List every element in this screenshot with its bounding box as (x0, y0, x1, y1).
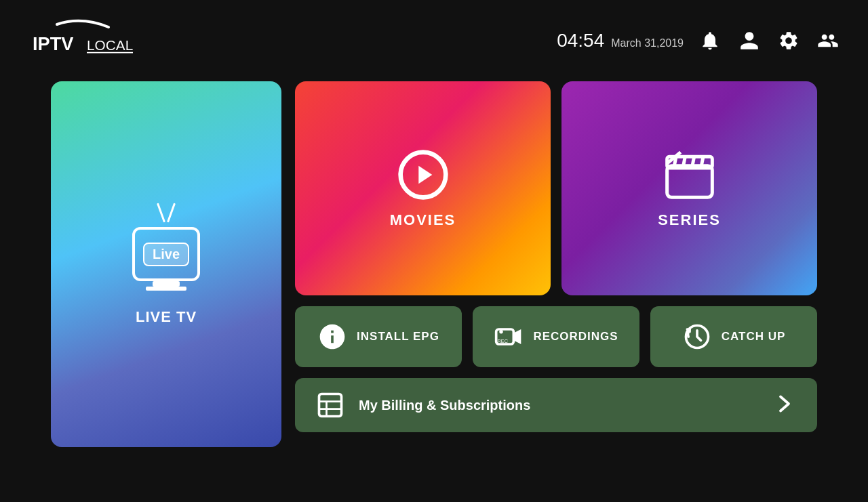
recordings-card[interactable]: REC RECORDINGS (473, 306, 639, 367)
tv-antenna (160, 203, 172, 223)
top-row: MOVIES (295, 81, 817, 295)
clapperboard-icon (663, 148, 717, 202)
tv-stand-bottom (146, 287, 186, 291)
recordings-icon: REC (494, 322, 524, 352)
live-tv-label: LIVE TV (136, 308, 197, 326)
series-label: SERIES (658, 211, 721, 229)
arrow-right-icon (772, 392, 797, 419)
movies-card[interactable]: MOVIES (295, 81, 551, 295)
live-badge: Live (143, 243, 189, 266)
settings-icon[interactable] (776, 28, 802, 54)
svg-line-10 (701, 156, 703, 168)
svg-rect-5 (667, 166, 712, 198)
svg-marker-4 (418, 166, 432, 184)
billing-card[interactable]: My Billing & Subscriptions (295, 378, 817, 432)
series-card[interactable]: SERIES (561, 81, 817, 295)
play-icon (396, 148, 450, 202)
billing-icon (315, 390, 345, 420)
billing-label: My Billing & Subscriptions (359, 398, 772, 413)
svg-text:REC: REC (498, 338, 509, 344)
header: IPTV LOCAL 04:54 March 31,2019 (0, 0, 868, 81)
install-epg-card[interactable]: INSTALL EPG (295, 306, 462, 367)
live-tv-card[interactable]: Live LIVE TV (51, 81, 281, 447)
recordings-label: RECORDINGS (533, 330, 618, 343)
catch-up-label: CATCH UP (722, 330, 786, 343)
svg-point-14 (500, 330, 504, 334)
catch-up-card[interactable]: CATCH UP (650, 306, 817, 367)
date-display: March 31,2019 (611, 37, 684, 49)
header-right: 04:54 March 31,2019 (557, 28, 841, 54)
svg-text:IPTV: IPTV (33, 33, 73, 54)
epg-icon (317, 322, 347, 352)
right-column: MOVIES (295, 81, 817, 432)
catch-up-icon (682, 322, 712, 352)
clock-display: 04:54 (557, 30, 604, 51)
main-content: Live LIVE TV MOVIES (0, 81, 868, 502)
user-icon[interactable] (736, 28, 762, 54)
svg-line-8 (683, 156, 685, 168)
tv-body: Live (132, 227, 200, 281)
tv-stand-top (153, 281, 180, 287)
svg-line-9 (692, 156, 694, 168)
live-tv-icon: Live (132, 203, 200, 291)
bell-icon[interactable] (697, 28, 723, 54)
middle-row: INSTALL EPG REC RECORDINGS (295, 306, 817, 367)
svg-rect-17 (319, 394, 342, 417)
logo[interactable]: IPTV LOCAL (27, 16, 136, 66)
svg-text:LOCAL: LOCAL (87, 37, 133, 53)
users-icon[interactable] (815, 28, 841, 54)
movies-label: MOVIES (390, 211, 456, 229)
time-block: 04:54 March 31,2019 (557, 30, 684, 51)
install-epg-label: INSTALL EPG (357, 330, 439, 343)
